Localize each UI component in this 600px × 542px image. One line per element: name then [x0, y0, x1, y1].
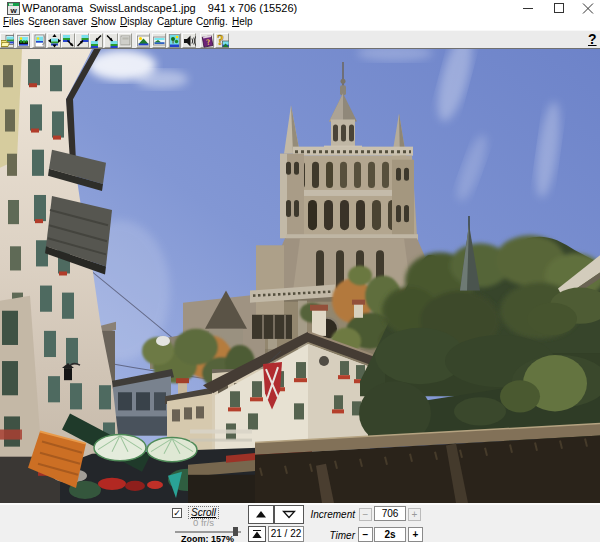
svg-text:w: w — [9, 6, 17, 15]
